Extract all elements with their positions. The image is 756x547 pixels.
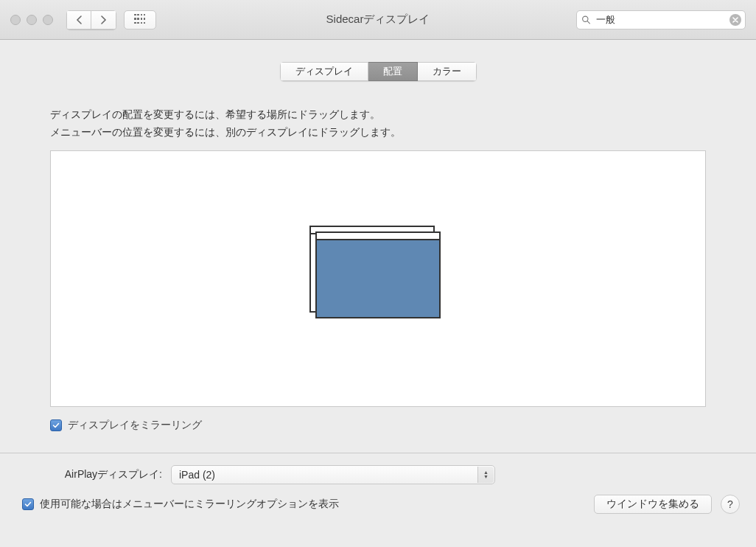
chevron-right-icon [100,15,107,24]
tab-display[interactable]: ディスプレイ [280,62,368,81]
check-icon [24,501,32,508]
popup-arrows-icon: ▲▼ [477,467,494,483]
tab-arrangement[interactable]: 配置 [368,62,418,81]
search-input[interactable] [576,10,746,29]
minimize-window-button[interactable] [27,15,37,25]
airplay-display-value: iPad (2) [179,469,215,481]
question-icon: ? [727,498,733,510]
check-icon [52,422,60,429]
mirror-displays-row: ディスプレイをミラーリング [50,419,706,432]
mirror-displays-label: ディスプレイをミラーリング [68,419,202,432]
display-rect-primary[interactable] [315,231,441,318]
help-button[interactable]: ? [721,495,740,514]
nav-group [66,10,116,29]
tab-bar: ディスプレイ 配置 カラー [0,62,756,81]
airplay-row: AirPlayディスプレイ: iPad (2) ▲▼ [0,453,756,484]
mirror-displays-checkbox[interactable] [50,419,62,431]
close-window-button[interactable] [10,15,21,25]
gather-windows-button[interactable]: ウインドウを集める [594,495,712,514]
search-icon [581,15,591,24]
instruction-line-2: メニューバーの位置を変更するには、別のディスプレイにドラッグします。 [50,124,706,142]
grid-icon [134,14,146,26]
forward-button[interactable] [91,10,116,29]
tab-color[interactable]: カラー [418,62,477,81]
chevron-left-icon [76,15,83,24]
airplay-display-popup[interactable]: iPad (2) ▲▼ [171,465,495,484]
clear-search-button[interactable] [729,14,741,26]
search-wrap [576,10,746,29]
bottom-row: 使用可能な場合はメニューバーにミラーリングオプションを表示 ウインドウを集める … [0,484,756,514]
toolbar: Sidecarディスプレイ [0,0,756,40]
back-button[interactable] [66,10,91,29]
close-icon [732,17,738,23]
window-controls [10,15,53,25]
menubar-strip[interactable] [317,233,439,240]
show-mirroring-checkbox[interactable] [22,498,34,510]
arrangement-area[interactable] [50,150,706,407]
svg-line-1 [587,21,589,23]
show-mirroring-label: 使用可能な場合はメニューバーにミラーリングオプションを表示 [40,498,339,511]
zoom-window-button[interactable] [43,15,53,25]
show-all-button[interactable] [124,10,156,29]
instructions: ディスプレイの配置を変更するには、希望する場所にドラッグします。 メニューバーの… [50,106,706,142]
instruction-line-1: ディスプレイの配置を変更するには、希望する場所にドラッグします。 [50,106,706,124]
display-stack [315,231,441,326]
airplay-label: AirPlayディスプレイ: [22,468,162,481]
content: ディスプレイ 配置 カラー ディスプレイの配置を変更するには、希望する場所にドラ… [0,40,756,514]
